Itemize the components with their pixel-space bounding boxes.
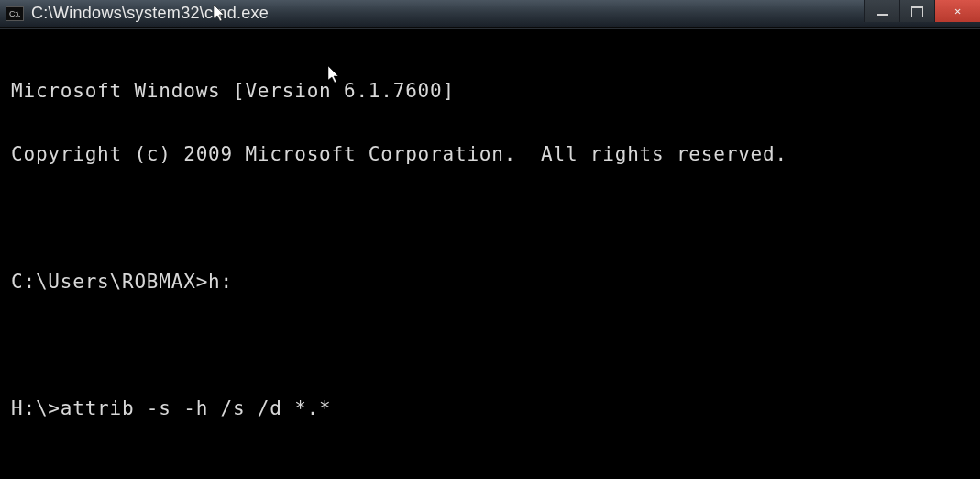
terminal-blank: [11, 208, 969, 229]
terminal-line: Copyright (c) 2009 Microsoft Corporation…: [11, 144, 969, 165]
window-controls: [864, 0, 980, 22]
cmd-window: C:\. C:\Windows\system32\cmd.exe Microso…: [0, 0, 980, 479]
minimize-button[interactable]: [864, 0, 899, 22]
titlebar[interactable]: C:\. C:\Windows\system32\cmd.exe: [0, 0, 980, 28]
window-title: C:\Windows\system32\cmd.exe: [31, 4, 269, 23]
terminal-blank: [11, 335, 969, 356]
terminal-blank: [11, 462, 969, 479]
close-button[interactable]: [934, 0, 980, 22]
cmd-icon: C:\.: [6, 6, 24, 21]
terminal-line: Microsoft Windows [Version 6.1.7600]: [11, 81, 969, 102]
maximize-button[interactable]: [899, 0, 934, 22]
terminal-output[interactable]: Microsoft Windows [Version 6.1.7600] Cop…: [0, 28, 980, 479]
terminal-line: H:\>attrib -s -h /s /d *.*: [11, 398, 969, 419]
terminal-line: C:\Users\ROBMAX>h:: [11, 272, 969, 293]
